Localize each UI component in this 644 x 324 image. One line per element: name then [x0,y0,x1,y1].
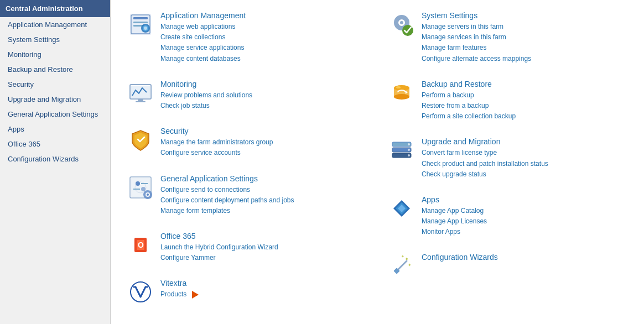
svg-text:✦: ✦ [408,263,412,268]
config-wizards-icon: ✦ ✦ ✦ [388,253,415,279]
sidebar-item-config-wizards[interactable]: Configuration Wizards [0,151,110,166]
section-app-management: Application Management Manage web applic… [127,11,366,64]
link-review-problems[interactable]: Review problems and solutions [160,90,252,101]
system-settings-text: System Settings Manage servers in this f… [422,11,531,64]
system-settings-icon [388,11,415,38]
section-monitoring: Monitoring Review problems and solutions… [127,80,366,111]
general-app-settings-text: General Application Settings Configure s… [160,174,294,217]
link-manage-service-apps[interactable]: Manage service applications [160,43,246,53]
link-check-job-status[interactable]: Check job status [160,101,252,111]
link-form-templates[interactable]: Manage form templates [160,206,294,216]
svg-text:✦: ✦ [404,256,409,262]
apps-icon [388,195,415,222]
monitoring-title[interactable]: Monitoring [160,80,252,88]
main-content: Application Management Manage web applic… [111,0,644,324]
svg-text:O: O [138,241,144,249]
svg-point-25 [131,282,150,302]
section-upgrade-migration: Upgrade and Migration Convert farm licen… [388,137,627,180]
svg-point-38 [408,143,410,145]
sidebar-item-general-app-settings[interactable]: General Application Settings [0,107,110,122]
sidebar: Central Administration Application Manag… [0,0,111,324]
backup-restore-icon [388,80,415,106]
section-office365: O Office 365 Launch the Hybrid Configura… [127,232,366,263]
backup-restore-text: Backup and Restore Perform a backup Rest… [422,80,516,122]
link-manage-services[interactable]: Manage services in this farm [422,32,531,43]
section-system-settings: System Settings Manage servers in this f… [388,11,627,64]
sidebar-item-apps[interactable]: Apps [0,122,110,137]
sidebar-item-monitoring[interactable]: Monitoring [0,47,110,62]
app-management-title[interactable]: Application Management [160,11,246,20]
svg-rect-10 [138,100,143,101]
upgrade-migration-text: Upgrade and Migration Convert farm licen… [422,137,548,180]
link-check-patch[interactable]: Check product and patch installation sta… [422,159,548,169]
link-create-site-collections[interactable]: Create site collections [160,32,246,43]
system-settings-title[interactable]: System Settings [422,11,531,20]
link-alternate-access[interactable]: Configure alternate access mappings [422,54,531,64]
products-arrow-icon [192,291,199,299]
link-app-catalog[interactable]: Manage App Catalog [422,206,487,216]
link-site-collection-backup[interactable]: Perform a site collection backup [422,111,516,122]
sidebar-header: Central Administration [0,0,110,17]
office365-title[interactable]: Office 365 [160,232,278,241]
apps-text: Apps Manage App Catalog Manage App Licen… [422,195,487,238]
app-management-icon [127,11,154,38]
section-vitextra: Vitextra Products [127,279,366,305]
vitextra-text: Vitextra Products [160,279,199,300]
section-security: Security Manage the farm administrators … [127,127,366,158]
section-general-app-settings: General Application Settings Configure s… [127,174,366,217]
left-column: Application Management Manage web applic… [127,11,366,313]
link-perform-backup[interactable]: Perform a backup [422,90,516,101]
security-icon [127,127,154,153]
link-monitor-apps[interactable]: Monitor Apps [422,227,487,237]
link-app-licenses[interactable]: Manage App Licenses [422,216,487,227]
link-products[interactable]: Products [160,289,199,300]
sidebar-item-security[interactable]: Security [0,77,110,92]
link-check-upgrade[interactable]: Check upgrade status [422,169,548,180]
svg-point-34 [396,86,401,88]
svg-point-28 [400,21,403,24]
apps-title[interactable]: Apps [422,195,487,204]
backup-restore-title[interactable]: Backup and Restore [422,80,516,88]
link-manage-web-apps[interactable]: Manage web applications [160,22,246,32]
office365-text: Office 365 Launch the Hybrid Configurati… [160,232,278,263]
svg-rect-11 [136,101,146,102]
svg-rect-2 [133,17,148,19]
office365-icon: O [127,232,154,258]
link-service-accounts[interactable]: Configure service accounts [160,148,273,158]
svg-point-39 [408,149,410,151]
sidebar-item-upgrade-migration[interactable]: Upgrade and Migration [0,92,110,107]
security-text: Security Manage the farm administrators … [160,127,273,158]
link-send-to-connections[interactable]: Configure send to connections [160,185,294,195]
app-management-text: Application Management Manage web applic… [160,11,246,64]
svg-point-21 [147,194,149,196]
link-convert-license[interactable]: Convert farm license type [422,148,548,158]
svg-point-32 [394,94,409,100]
sidebar-item-backup-restore[interactable]: Backup and Restore [0,62,110,77]
link-configure-yammer[interactable]: Configure Yammer [160,253,278,263]
monitoring-text: Monitoring Review problems and solutions… [160,80,252,111]
link-manage-content-db[interactable]: Manage content databases [160,54,246,64]
section-backup-restore: Backup and Restore Perform a backup Rest… [388,80,627,122]
link-farm-features[interactable]: Manage farm features [422,43,531,53]
section-config-wizards: ✦ ✦ ✦ Configuration Wizards [388,253,627,279]
monitoring-icon [127,80,154,106]
link-farm-admin-group[interactable]: Manage the farm administrators group [160,137,273,148]
svg-point-40 [408,154,410,156]
security-title[interactable]: Security [160,127,273,135]
general-app-settings-title[interactable]: General Application Settings [160,174,294,183]
link-restore-backup[interactable]: Restore from a backup [422,101,516,111]
section-apps: Apps Manage App Catalog Manage App Licen… [388,195,627,238]
config-wizards-text: Configuration Wizards [422,253,498,263]
link-content-deployment[interactable]: Configure content deployment paths and j… [160,195,294,206]
vitextra-title[interactable]: Vitextra [160,279,199,288]
svg-rect-3 [133,22,148,23]
sidebar-item-app-management[interactable]: Application Management [0,17,110,32]
sidebar-item-system-settings[interactable]: System Settings [0,32,110,47]
upgrade-migration-title[interactable]: Upgrade and Migration [422,137,548,146]
vitextra-icon [127,279,154,305]
link-hybrid-config[interactable]: Launch the Hybrid Configuration Wizard [160,242,278,253]
link-manage-servers[interactable]: Manage servers in this farm [422,22,531,32]
general-app-settings-icon [127,174,154,201]
sidebar-item-office365[interactable]: Office 365 [0,137,110,151]
config-wizards-title[interactable]: Configuration Wizards [422,253,498,262]
